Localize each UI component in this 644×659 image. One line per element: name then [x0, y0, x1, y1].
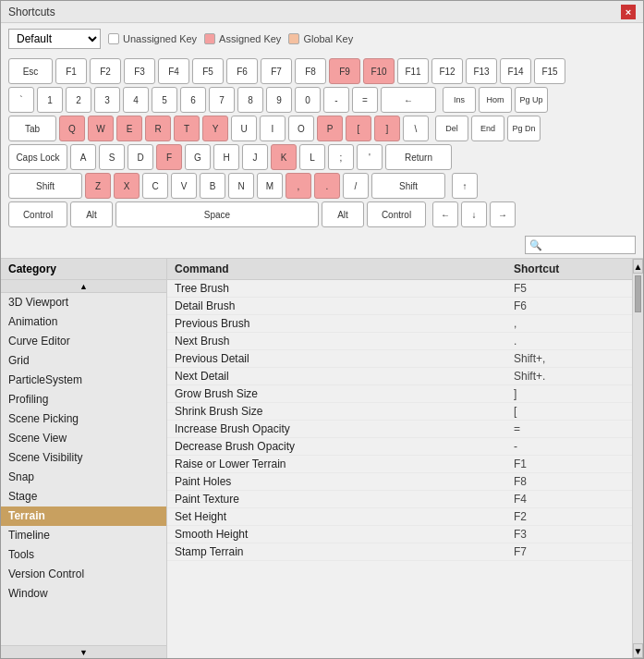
key-y[interactable]: Y — [202, 116, 228, 141]
key-l[interactable]: L — [299, 144, 325, 170]
key-pgdn[interactable]: Pg Dn — [507, 116, 541, 141]
key-slash[interactable]: / — [343, 173, 369, 199]
search-input[interactable] — [525, 236, 636, 254]
category-item[interactable]: Terrain — [1, 506, 166, 526]
key-g[interactable]: G — [185, 144, 211, 170]
key-pgup[interactable]: Pg Up — [515, 87, 548, 113]
category-item[interactable]: Animation — [1, 312, 166, 332]
scroll-down-arrow[interactable]: ▼ — [633, 643, 643, 658]
key-9[interactable]: 9 — [266, 87, 292, 113]
key-tab[interactable]: Tab — [8, 116, 56, 141]
command-row[interactable]: Previous DetailShift+, — [167, 350, 632, 368]
key-f[interactable]: F — [156, 144, 182, 170]
key-up[interactable]: ↑ — [452, 173, 478, 199]
key-f9[interactable]: F9 — [329, 58, 360, 84]
key-comma[interactable]: , — [286, 173, 311, 199]
key-n[interactable]: N — [228, 173, 254, 199]
key-left[interactable]: ← — [432, 201, 458, 227]
key-shift-left[interactable]: Shift — [8, 173, 82, 199]
command-row[interactable]: Stamp TerrainF7 — [167, 543, 632, 561]
category-item[interactable]: Window — [1, 584, 166, 604]
category-scroll-up[interactable]: ▲ — [1, 280, 166, 293]
key-backtick[interactable]: ` — [8, 87, 34, 113]
category-item[interactable]: Profiling — [1, 390, 166, 409]
key-esc[interactable]: Esc — [8, 58, 53, 84]
key-home[interactable]: Hom — [479, 87, 512, 113]
key-minus[interactable]: - — [323, 87, 349, 113]
key-v[interactable]: V — [171, 173, 197, 199]
command-row[interactable]: Paint HolesF8 — [167, 473, 632, 491]
category-item[interactable]: Version Control — [1, 565, 166, 584]
key-rbracket[interactable]: ] — [374, 116, 400, 141]
key-capslock[interactable]: Caps Lock — [8, 144, 67, 170]
key-f1[interactable]: F1 — [55, 58, 87, 84]
key-equals[interactable]: = — [352, 87, 378, 113]
key-s[interactable]: S — [99, 144, 125, 170]
key-shift-right[interactable]: Shift — [371, 173, 445, 199]
key-m[interactable]: M — [257, 173, 283, 199]
key-f3[interactable]: F3 — [124, 58, 155, 84]
key-period[interactable]: . — [314, 173, 340, 199]
preset-dropdown[interactable]: Default — [8, 29, 101, 49]
key-alt-left[interactable]: Alt — [70, 201, 113, 227]
key-ctrl-right[interactable]: Control — [367, 201, 426, 227]
category-item[interactable]: Scene View — [1, 429, 166, 448]
key-backspace[interactable]: ← — [381, 87, 436, 113]
key-7[interactable]: 7 — [209, 87, 235, 113]
command-row[interactable]: Paint TextureF4 — [167, 491, 632, 508]
key-x[interactable]: X — [114, 173, 140, 199]
key-h[interactable]: H — [213, 144, 239, 170]
scroll-thumb[interactable] — [635, 275, 641, 312]
command-row[interactable]: Set HeightF2 — [167, 508, 632, 526]
key-f15[interactable]: F15 — [534, 58, 565, 84]
key-e[interactable]: E — [116, 116, 142, 141]
key-w[interactable]: W — [88, 116, 114, 141]
category-item[interactable]: Curve Editor — [1, 332, 166, 351]
command-row[interactable]: Tree BrushF5 — [167, 280, 632, 298]
key-f4[interactable]: F4 — [158, 58, 189, 84]
key-delete[interactable]: Del — [435, 116, 468, 141]
key-semicolon[interactable]: ; — [328, 144, 354, 170]
key-space[interactable]: Space — [115, 201, 319, 227]
key-t[interactable]: T — [174, 116, 200, 141]
key-i[interactable]: I — [260, 116, 286, 141]
key-q[interactable]: Q — [59, 116, 85, 141]
command-row[interactable]: Grow Brush Size] — [167, 385, 632, 403]
category-item[interactable]: Stage — [1, 487, 166, 506]
key-4[interactable]: 4 — [123, 87, 149, 113]
command-row[interactable]: Shrink Brush Size[ — [167, 403, 632, 421]
key-ctrl-left[interactable]: Control — [8, 201, 67, 227]
key-return[interactable]: Return — [385, 144, 452, 170]
command-row[interactable]: Increase Brush Opacity= — [167, 421, 632, 438]
key-z[interactable]: Z — [85, 173, 111, 199]
scroll-up-arrow[interactable]: ▲ — [633, 259, 643, 274]
key-insert[interactable]: Ins — [443, 87, 476, 113]
key-backslash[interactable]: \ — [403, 116, 429, 141]
category-item[interactable]: Tools — [1, 545, 166, 565]
category-item[interactable]: Grid — [1, 351, 166, 371]
key-f6[interactable]: F6 — [226, 58, 258, 84]
key-p[interactable]: P — [317, 116, 343, 141]
key-5[interactable]: 5 — [152, 87, 177, 113]
key-right[interactable]: → — [490, 201, 516, 227]
category-scroll-down[interactable]: ▼ — [1, 645, 166, 658]
key-c[interactable]: C — [142, 173, 168, 199]
key-down[interactable]: ↓ — [461, 201, 487, 227]
key-o[interactable]: O — [288, 116, 314, 141]
key-f11[interactable]: F11 — [397, 58, 429, 84]
close-button[interactable]: × — [621, 5, 636, 19]
key-2[interactable]: 2 — [66, 87, 91, 113]
key-f10[interactable]: F10 — [363, 58, 395, 84]
category-item[interactable]: Scene Visibility — [1, 448, 166, 468]
key-6[interactable]: 6 — [180, 87, 206, 113]
key-f12[interactable]: F12 — [431, 58, 463, 84]
command-row[interactable]: Next Brush. — [167, 333, 632, 350]
command-row[interactable]: Decrease Brush Opacity- — [167, 438, 632, 456]
category-item[interactable]: Timeline — [1, 526, 166, 545]
key-d[interactable]: D — [128, 144, 153, 170]
key-f8[interactable]: F8 — [295, 58, 326, 84]
key-r[interactable]: R — [145, 116, 171, 141]
key-1[interactable]: 1 — [37, 87, 63, 113]
key-f2[interactable]: F2 — [90, 58, 121, 84]
command-row[interactable]: Previous Brush, — [167, 315, 632, 333]
